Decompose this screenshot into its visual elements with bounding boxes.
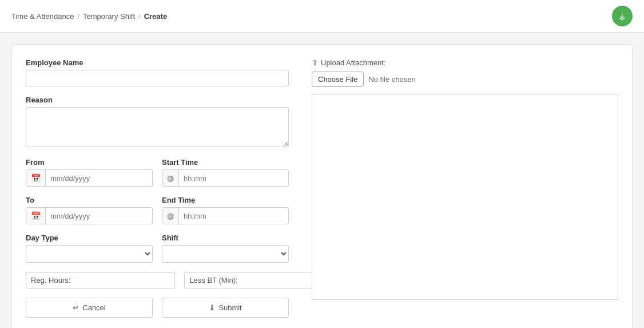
reason-group: Reason — [26, 96, 289, 149]
shift-label: Shift — [162, 234, 289, 242]
left-column: Employee Name Reason From 📅 Start T — [26, 58, 289, 318]
to-label: To — [26, 196, 153, 204]
choose-file-button[interactable]: Choose File — [312, 72, 364, 87]
main-content: Employee Name Reason From 📅 Start T — [0, 33, 644, 328]
upload-section: ⇧ Upload Attachment: Choose File No file… — [312, 58, 618, 87]
shift-group: Shift — [162, 234, 289, 263]
end-time-group: End Time ◍ — [162, 196, 289, 224]
cancel-icon: ↵ — [73, 303, 79, 312]
day-type-group: Day Type — [26, 234, 153, 263]
calendar-icon-to: 📅 — [26, 208, 46, 224]
to-group: To 📅 — [26, 196, 153, 224]
day-type-shift-row: Day Type Shift — [26, 234, 289, 263]
upload-label: ⇧ Upload Attachment: — [312, 58, 618, 67]
breadcrumb-link-time-attendance[interactable]: Time & Attendance — [11, 12, 74, 21]
calendar-icon: 📅 — [26, 170, 46, 186]
clock-icon-end: ◍ — [162, 208, 179, 224]
submit-button[interactable]: ⇓ Submit — [162, 298, 289, 318]
less-bt-label: Less BT (Min): — [189, 276, 237, 284]
upload-icon: ⇧ — [312, 58, 318, 67]
reg-hours-item: Reg. Hours: — [26, 272, 175, 289]
start-time-input-wrapper: ◍ — [162, 169, 289, 187]
end-time-label: End Time — [162, 196, 289, 204]
breadcrumb-link-temporary-shift[interactable]: Temporary Shift — [83, 12, 135, 21]
hours-row: Reg. Hours: Less BT (Min): — [26, 272, 289, 289]
reason-label: Reason — [26, 96, 289, 104]
submit-icon: ⇓ — [209, 303, 215, 312]
end-time-input[interactable] — [179, 208, 288, 224]
end-time-input-wrapper: ◍ — [162, 207, 289, 224]
day-type-label: Day Type — [26, 234, 153, 242]
reason-textarea[interactable] — [26, 107, 289, 147]
from-input-wrapper: 📅 — [26, 169, 153, 187]
breadcrumb-current: Create — [144, 12, 167, 21]
user-avatar[interactable]: ⚶ — [612, 6, 633, 26]
clock-icon-start: ◍ — [162, 170, 179, 186]
submit-label: Submit — [218, 303, 241, 312]
breadcrumb-separator-1: / — [77, 12, 79, 21]
breadcrumb: Time & Attendance / Temporary Shift / Cr… — [11, 12, 167, 21]
from-date-input[interactable] — [46, 171, 152, 186]
from-group: From 📅 — [26, 158, 153, 187]
employee-name-group: Employee Name — [26, 58, 289, 86]
start-time-group: Start Time ◍ — [162, 158, 289, 187]
employee-name-input[interactable] — [26, 70, 289, 86]
cancel-button[interactable]: ↵ Cancel — [26, 298, 153, 318]
employee-name-label: Employee Name — [26, 58, 289, 67]
to-date-input[interactable] — [46, 208, 152, 224]
button-row: ↵ Cancel ⇓ Submit — [26, 298, 289, 318]
start-time-input[interactable] — [179, 171, 288, 186]
reg-hours-input[interactable] — [74, 276, 170, 284]
reg-hours-label: Reg. Hours: — [31, 276, 70, 284]
day-type-select[interactable] — [26, 245, 153, 263]
upload-label-text: Upload Attachment: — [321, 58, 385, 67]
to-input-wrapper: 📅 — [26, 207, 153, 224]
start-time-label: Start Time — [162, 158, 289, 167]
cancel-label: Cancel — [82, 303, 105, 312]
right-column: ⇧ Upload Attachment: Choose File No file… — [312, 58, 618, 318]
no-file-text: No file chosen — [368, 75, 415, 84]
top-bar: Time & Attendance / Temporary Shift / Cr… — [0, 0, 644, 33]
attachment-preview-box — [312, 94, 618, 300]
file-input-wrapper: Choose File No file chosen — [312, 72, 618, 87]
from-start-row: From 📅 Start Time ◍ — [26, 158, 289, 187]
form-card: Employee Name Reason From 📅 Start T — [11, 44, 633, 328]
from-label: From — [26, 158, 153, 167]
shift-select[interactable] — [162, 245, 289, 263]
breadcrumb-separator-2: / — [138, 12, 141, 21]
to-end-row: To 📅 End Time ◍ — [26, 196, 289, 224]
